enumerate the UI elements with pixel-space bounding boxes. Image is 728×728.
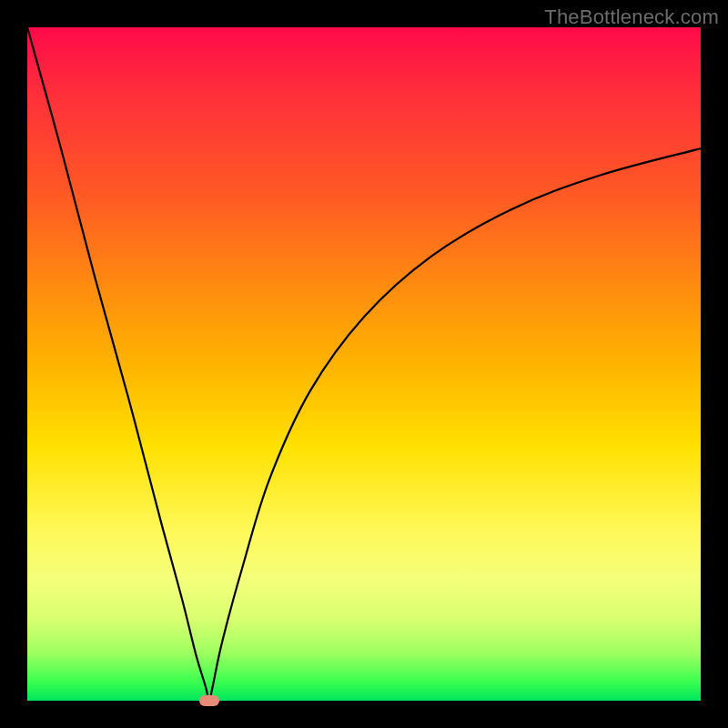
optimum-marker [199,695,219,706]
chart-container: TheBottleneck.com [0,0,728,728]
bottleneck-curve [27,27,701,701]
plot-area [27,27,701,701]
watermark-text: TheBottleneck.com [544,5,719,29]
curve-path [27,27,701,701]
